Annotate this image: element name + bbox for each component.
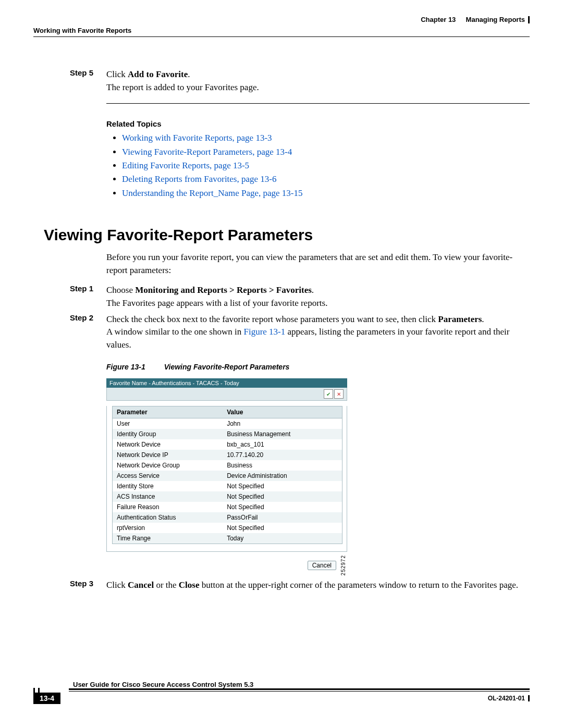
step-1: Step 1 Choose Monitoring and Reports > R… <box>33 284 530 310</box>
table-row: Access ServiceDevice Administration <box>113 471 342 481</box>
footer-title: User Guide for Cisco Secure Access Contr… <box>73 681 530 688</box>
step-text: Click Add to Favorite. The report is add… <box>106 68 530 94</box>
table-row: Network Device IP10.77.140.20 <box>113 450 342 460</box>
col-header-parameter: Parameter <box>113 406 223 418</box>
chapter-title: Managing Reports <box>466 16 525 23</box>
page-number: 13-4 <box>33 693 60 704</box>
related-topics-heading: Related Topics <box>106 119 530 128</box>
figure-13-1: Favorite Name - Authentications - TACACS… <box>106 378 347 575</box>
related-link[interactable]: Understanding the Report_Name Page, page… <box>122 187 530 200</box>
table-row: Time RangeToday <box>113 533 342 544</box>
step-text: Choose Monitoring and Reports > Reports … <box>106 284 530 310</box>
table-row: Identity GroupBusiness Management <box>113 429 342 439</box>
image-number: 252972 <box>340 555 346 575</box>
table-row: UserJohn <box>113 418 342 429</box>
check-icon[interactable]: ✔ <box>324 389 333 399</box>
footer-tick-icon <box>528 695 530 701</box>
related-link[interactable]: Editing Favorite Reports, page 13-5 <box>122 159 530 172</box>
section-heading: Viewing Favorite-Report Parameters <box>44 226 530 244</box>
dialog-toolbar: ✔ ✕ <box>106 388 347 401</box>
step-label: Step 2 <box>70 313 106 352</box>
section-label: Working with Favorite Reports <box>33 27 131 34</box>
table-row: Authentication StatusPassOrFail <box>113 512 342 523</box>
section-breadcrumb: Working with Favorite Reports <box>33 27 530 34</box>
table-row: Failure ReasonNot Specified <box>113 502 342 512</box>
dialog-title: Favorite Name - Authentications - TACACS… <box>109 380 239 386</box>
step-2: Step 2 Check the check box next to the f… <box>33 313 530 352</box>
related-link[interactable]: Viewing Favorite-Report Parameters, page… <box>122 145 530 159</box>
page-header: Chapter 13 Managing Reports <box>33 16 530 23</box>
col-header-value: Value <box>223 406 342 418</box>
step-label: Step 3 <box>70 579 106 592</box>
step-label: Step 5 <box>70 68 106 94</box>
header-divider-icon <box>528 16 530 23</box>
table-row: Network Device GroupBusiness <box>113 460 342 471</box>
related-topics-list: Working with Favorite Reports, page 13-3… <box>122 131 530 200</box>
figure-link[interactable]: Figure 13-1 <box>243 327 285 337</box>
table-row: Network Devicebxb_acs_101 <box>113 439 342 450</box>
step-text: Click Cancel or the Close button at the … <box>106 579 530 592</box>
figure-caption: Figure 13-1Viewing Favorite-Report Param… <box>106 363 530 371</box>
cancel-button[interactable]: Cancel <box>308 561 336 570</box>
step-label: Step 1 <box>70 284 106 310</box>
intro-paragraph: Before you run your favorite report, you… <box>106 251 530 277</box>
parameters-table: Parameter Value UserJohn Identity GroupB… <box>112 406 342 544</box>
document-number: OL-24201-01 <box>488 695 525 702</box>
chapter-number: Chapter 13 <box>421 16 456 23</box>
step-text: Check the check box next to the favorite… <box>106 313 530 352</box>
dialog-titlebar: Favorite Name - Authentications - TACACS… <box>106 378 347 388</box>
table-row: rptVersionNot Specified <box>113 523 342 533</box>
related-link[interactable]: Deleting Reports from Favorites, page 13… <box>122 172 530 186</box>
page-footer: User Guide for Cisco Secure Access Contr… <box>33 691 530 704</box>
table-row: ACS InstanceNot Specified <box>113 491 342 502</box>
related-link[interactable]: Working with Favorite Reports, page 13-3 <box>122 131 530 145</box>
table-row: Identity StoreNot Specified <box>113 481 342 491</box>
step-5: Step 5 Click Add to Favorite. The report… <box>33 68 530 94</box>
close-icon[interactable]: ✕ <box>334 389 344 399</box>
step-3: Step 3 Click Cancel or the Close button … <box>33 579 530 592</box>
horizontal-rule <box>106 103 530 104</box>
